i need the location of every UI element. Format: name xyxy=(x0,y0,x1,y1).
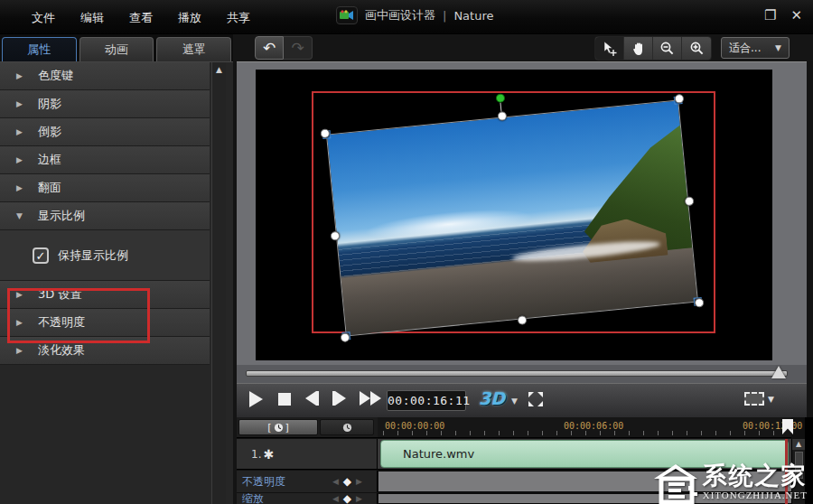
clock-icon xyxy=(342,423,352,433)
red-highlight-box xyxy=(7,288,150,343)
timeline-ruler[interactable]: 00:00:00:00 00:00:06:00 00:00:12:00 xyxy=(378,417,791,438)
timeline-mode-buttons: [ ] xyxy=(237,417,378,438)
section-chroma-key[interactable]: ▶ 色度键 xyxy=(0,62,210,90)
menu-file[interactable]: 文件 xyxy=(32,10,55,26)
section-label: 色度键 xyxy=(38,68,73,84)
preview-toolbar: ↶ ↷ xyxy=(233,34,813,61)
fullscreen-button[interactable] xyxy=(528,391,544,411)
timecode-display: 00:00:16:11 xyxy=(387,390,466,411)
clip-time-mode-button[interactable]: [ ] xyxy=(238,419,318,435)
prev-keyframe-icon[interactable]: ◀ xyxy=(332,494,339,503)
tab-properties[interactable]: 属性 xyxy=(2,37,77,61)
next-keyframe-icon[interactable]: ▶ xyxy=(356,477,362,486)
section-border[interactable]: ▶ 边框 xyxy=(0,146,210,174)
section-label: 阴影 xyxy=(38,96,61,112)
maximize-icon[interactable]: ❐ xyxy=(764,7,776,23)
redo-button[interactable]: ↷ xyxy=(284,36,313,60)
section-flip[interactable]: ▶ 翻面 xyxy=(0,174,210,202)
clock-icon xyxy=(274,423,284,433)
fit-zoom-value: 适合... xyxy=(729,41,775,56)
menu-edit[interactable]: 编辑 xyxy=(80,10,104,26)
watermark-site-name: 系统之家 xyxy=(703,462,808,490)
view-tools xyxy=(594,36,712,61)
ruler-label: 00:00:00:00 xyxy=(385,421,444,431)
fast-forward-button[interactable] xyxy=(360,391,381,406)
play-button[interactable] xyxy=(249,391,263,407)
fast-forward-icon xyxy=(360,391,370,406)
menu-play[interactable]: 播放 xyxy=(178,10,201,26)
next-keyframe-icon[interactable]: ▶ xyxy=(356,494,362,503)
scroll-up-icon[interactable]: ▲ xyxy=(212,62,226,74)
keep-aspect-row: ✓ 保持显示比例 xyxy=(0,230,210,281)
next-frame-button[interactable] xyxy=(332,391,346,406)
select-move-tool[interactable] xyxy=(595,37,624,60)
keep-aspect-checkbox[interactable]: ✓ xyxy=(33,247,49,264)
section-label: 显示比例 xyxy=(38,208,85,224)
keyframe-diamond-icon[interactable]: ◆ xyxy=(343,475,351,488)
scroll-up-icon[interactable]: ▲ xyxy=(792,439,805,450)
prev-frame-button[interactable] xyxy=(305,391,319,406)
display-area-icon xyxy=(744,392,764,406)
seek-bar[interactable] xyxy=(246,370,788,377)
nature-video-still xyxy=(326,99,698,336)
undo-button[interactable]: ↶ xyxy=(255,36,284,60)
zoom-in-icon xyxy=(689,41,705,56)
3d-button[interactable]: 3D xyxy=(479,388,505,408)
resize-handle-sw[interactable] xyxy=(341,332,350,342)
chevron-right-icon: ▶ xyxy=(16,127,29,136)
seek-bar-area xyxy=(237,365,807,383)
chevron-down-icon: ▼ xyxy=(16,211,29,220)
track-number: 1. xyxy=(251,448,261,461)
left-tab-bar: 属性 动画 遮罩 xyxy=(0,34,233,61)
zoom-out-tool[interactable] xyxy=(653,37,682,60)
window-controls: ❐ ✕ xyxy=(764,7,802,23)
opacity-keyframe-controls: ◀ ◆ ▶ xyxy=(332,475,362,488)
section-label: 翻面 xyxy=(38,180,61,196)
titlebar: 文件 编辑 查看 播放 共享 画中画设计器 | Nature ❐ ✕ xyxy=(0,0,813,34)
seek-thumb[interactable] xyxy=(771,366,786,378)
resize-handle-w[interactable] xyxy=(330,230,340,240)
project-time-mode-button[interactable] xyxy=(320,419,374,435)
display-mode-dropdown[interactable]: ▼ xyxy=(744,392,774,406)
title-separator: | xyxy=(443,9,446,23)
chevron-right-icon: ▶ xyxy=(16,71,29,80)
keyframe-diamond-icon[interactable]: ◆ xyxy=(343,493,351,504)
hand-tool[interactable] xyxy=(624,37,653,60)
app-title-text: 画中画设计器 xyxy=(365,7,435,23)
watermark-site-url: XITONGZHIJIA.NET xyxy=(703,490,808,500)
fast-forward-icon xyxy=(370,391,381,406)
ruler-label: 00:00:06:00 xyxy=(564,421,623,431)
section-reflection[interactable]: ▶ 倒影 xyxy=(0,118,210,146)
chevron-right-icon: ▶ xyxy=(16,155,29,164)
section-display-ratio[interactable]: ▼ 显示比例 xyxy=(0,202,210,230)
prev-frame-icon xyxy=(305,391,316,406)
video-frame[interactable] xyxy=(326,99,698,336)
prev-keyframe-icon[interactable]: ◀ xyxy=(332,477,339,486)
play-icon xyxy=(249,391,263,407)
tab-mask[interactable]: 遮罩 xyxy=(156,37,231,61)
tab-animation[interactable]: 动画 xyxy=(79,37,154,61)
panel-scrollbar[interactable]: ▲ xyxy=(211,62,226,504)
fit-zoom-dropdown[interactable]: 适合... ▼ xyxy=(721,37,790,59)
stop-button[interactable] xyxy=(278,393,291,406)
cursor-move-icon xyxy=(602,41,618,57)
menu-view[interactable]: 查看 xyxy=(129,10,153,26)
3d-dropdown-icon[interactable]: ▼ xyxy=(511,397,518,406)
chevron-right-icon: ▶ xyxy=(16,183,29,192)
chevron-down-icon: ▼ xyxy=(775,43,781,52)
ruler-ticks xyxy=(383,431,786,435)
bracket: [ xyxy=(267,422,271,434)
close-icon[interactable]: ✕ xyxy=(790,7,802,23)
window-title: 画中画设计器 | Nature xyxy=(336,6,493,24)
playback-controls: 00:00:16:11 3D ▼ ▼ xyxy=(237,383,807,417)
zoom-in-tool[interactable] xyxy=(682,37,711,60)
resize-handle-e[interactable] xyxy=(685,196,695,206)
preview-canvas[interactable] xyxy=(256,70,772,360)
chevron-down-icon: ▼ xyxy=(768,395,774,404)
properties-panel: ▶ 色度键 ▶ 阴影 ▶ 倒影 ▶ 边框 ▶ 翻面 ▼ 显示比例 ✓ 保持显示比… xyxy=(0,61,233,504)
section-shadow[interactable]: ▶ 阴影 xyxy=(0,90,210,118)
track-header: 1. ✱ xyxy=(237,439,378,469)
scale-keyframe-controls: ◀ ◆ ▶ xyxy=(332,493,362,504)
chevron-right-icon: ▶ xyxy=(16,346,29,355)
menu-share[interactable]: 共享 xyxy=(227,10,250,26)
